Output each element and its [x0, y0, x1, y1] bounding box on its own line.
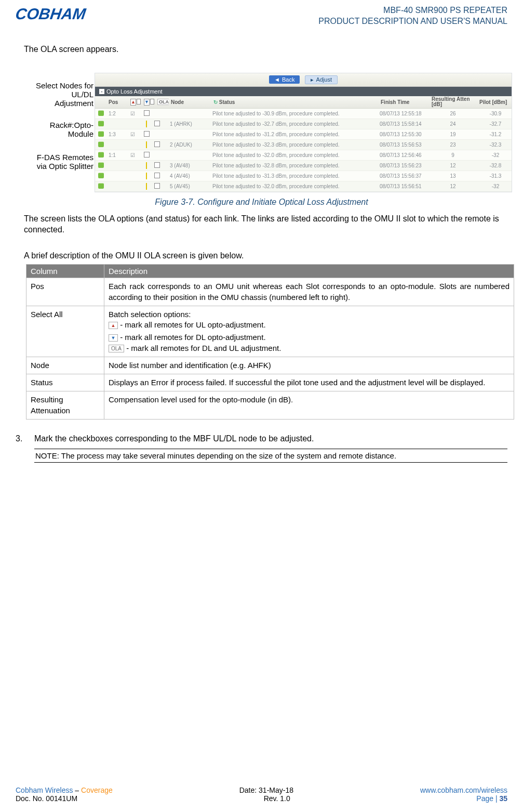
td-selectall: Select All: [26, 306, 104, 357]
para-2: A brief description of the OMU II OLA sc…: [16, 250, 507, 261]
cell-pilot: -32.8: [477, 163, 514, 168]
col-finish[interactable]: Finish Time: [380, 99, 430, 105]
row-checkbox[interactable]: [144, 110, 150, 116]
screenshot: ◄ Back ▸ Adjust - Opto Loss Adjustment P…: [95, 73, 512, 192]
table-row[interactable]: 1:2☑Pilot tone adjusted to -30.9 dBm, pr…: [95, 109, 512, 119]
back-button[interactable]: ◄ Back: [269, 75, 300, 84]
cell-tree: [143, 162, 168, 169]
cell-finish: 08/07/13 15:56:37: [379, 173, 428, 179]
cell-atten: 12: [430, 184, 476, 189]
status-refresh-icon[interactable]: ↻: [213, 99, 218, 105]
td-resatten-desc: Compensation level used for the opto-mod…: [104, 391, 514, 420]
cell-tree: [143, 131, 168, 138]
cell-tree: [143, 110, 168, 117]
status-led-icon: [98, 121, 104, 126]
select-all-ul-icon[interactable]: [130, 99, 136, 106]
cell-finish: 08/07/13 15:56:53: [379, 142, 428, 148]
col-atten[interactable]: Resulting Atten [dB]: [431, 97, 477, 107]
doc-title-line2: PRODUCT DESCRIPTION AND USER'S MANUAL: [318, 16, 507, 27]
row-checkbox[interactable]: [154, 183, 160, 189]
row-checkbox[interactable]: [144, 131, 150, 137]
table-row[interactable]: 4 (AV46)Pilot tone adjusted to -31.3 dBm…: [95, 171, 512, 181]
table-row[interactable]: 1 (AHRK)Pilot tone adjusted to -32.7 dBm…: [95, 119, 512, 129]
td-status-desc: Displays an Error if process failed. If …: [104, 374, 514, 391]
td-resatten: Resulting Attenuation: [26, 391, 104, 420]
td-status: Status: [26, 374, 104, 391]
dl-mark-icon: [109, 334, 118, 342]
cell-pos: 1:1: [108, 152, 128, 158]
cell-atten: 26: [430, 111, 476, 116]
cell-chk[interactable]: ☑: [129, 132, 142, 137]
td-node-desc: Node list number and identification (e.g…: [104, 357, 514, 374]
cell-atten: 24: [430, 121, 476, 127]
footer-page-no: 35: [499, 794, 507, 803]
cell-status: Pilot tone adjusted to -32.7 dBm, proced…: [211, 121, 378, 127]
cell-node: 1 (AHRK): [169, 121, 210, 127]
row-checkbox[interactable]: [154, 173, 160, 178]
row-checkbox[interactable]: [144, 152, 150, 158]
ul-mark-icon: [109, 322, 118, 329]
table-row[interactable]: 2 (ADUK)Pilot tone adjusted to -32.3 dBm…: [95, 140, 512, 150]
status-led-icon: [98, 173, 104, 178]
status-led-icon: [98, 162, 104, 168]
annotation-1-line3: Adjustment: [36, 99, 93, 108]
cell-atten: 9: [430, 152, 476, 158]
annotation-3-line2: via Optic Splitter: [37, 162, 93, 171]
select-all-dl-icon[interactable]: [144, 99, 150, 106]
status-led-icon: [98, 152, 104, 158]
table-row[interactable]: 3 (AV48)Pilot tone adjusted to -32.8 dBm…: [95, 161, 512, 171]
arrow-left-icon: ◄: [274, 76, 280, 83]
td-sa-intro: Batch selection options:: [109, 309, 509, 320]
footer-doc: Doc. No. 00141UM: [16, 794, 77, 803]
annotation-2-line2: Module: [50, 129, 93, 138]
td-node: Node: [26, 357, 104, 374]
cell-status: Pilot tone adjusted to -31.3 dBm, proced…: [211, 173, 378, 179]
cell-status: Pilot tone adjusted to -32.0 dBm, proced…: [211, 152, 378, 158]
td-sa-up: - mark all remotes for UL opto-adjustmen…: [118, 320, 266, 329]
th-column: Column: [26, 265, 104, 278]
para-1: The screen lists the OLA options (and st…: [16, 213, 507, 235]
row-checkbox[interactable]: [154, 121, 160, 126]
cell-chk[interactable]: ☑: [129, 152, 142, 158]
cell-pilot: -31.3: [477, 173, 514, 179]
table-row[interactable]: 5 (AV45)Pilot tone adjusted to -32.0 dBm…: [95, 181, 512, 192]
cell-tree: [143, 121, 168, 127]
cell-atten: 19: [430, 132, 476, 137]
panel-header[interactable]: - Opto Loss Adjustment: [95, 87, 512, 96]
cell-tree: [143, 173, 168, 179]
footer-url[interactable]: www.cobham.com/wireless: [420, 786, 507, 794]
footer-page-label: Page |: [476, 794, 499, 803]
table-row[interactable]: 1:3☑Pilot tone adjusted to -31.2 dBm, pr…: [95, 129, 512, 140]
col-pilot[interactable]: Pilot [dBm]: [478, 99, 515, 105]
cell-status: Pilot tone adjusted to -32.8 dBm, proced…: [211, 163, 378, 168]
cell-status: Pilot tone adjusted to -30.9 dBm, proced…: [211, 111, 378, 116]
select-all-ul-checkbox[interactable]: [137, 99, 141, 104]
status-led-icon: [98, 183, 104, 189]
figure-caption: Figure 3-7. Configure and Initiate Optic…: [16, 198, 507, 207]
row-checkbox[interactable]: [154, 141, 160, 147]
cell-atten: 13: [430, 173, 476, 179]
col-status[interactable]: Status: [219, 99, 235, 105]
col-node[interactable]: Node: [170, 99, 211, 105]
cell-finish: 08/07/13 15:56:51: [379, 184, 428, 189]
col-pos[interactable]: Pos: [108, 99, 128, 105]
description-table: Column Description Pos Each rack corresp…: [26, 264, 514, 420]
logo-text: COBHAM: [15, 5, 87, 23]
collapse-icon[interactable]: -: [99, 89, 104, 94]
ola-badge[interactable]: OLA: [157, 99, 169, 105]
annotation-1-line1: Select Nodes for: [36, 81, 93, 90]
table-row[interactable]: 1:1☑Pilot tone adjusted to -32.0 dBm, pr…: [95, 150, 512, 161]
row-checkbox[interactable]: [154, 162, 160, 168]
panel-title: Opto Loss Adjustment: [106, 88, 163, 95]
footer-rev: Rev. 1.0: [264, 794, 290, 803]
adjust-button[interactable]: ▸ Adjust: [305, 75, 338, 84]
cell-pilot: -32.7: [477, 121, 514, 127]
status-led-icon: [98, 110, 104, 116]
td-sa-dn: - mark all remotes for DL opto-adjustmen…: [118, 333, 266, 342]
arrow-right-icon: ▸: [311, 76, 314, 83]
cell-pilot: -32: [477, 152, 514, 158]
footer-date: Date: 31-May-18: [239, 786, 293, 794]
select-all-dl-checkbox[interactable]: [150, 99, 154, 104]
cell-node: 5 (AV45): [169, 184, 210, 189]
cell-chk[interactable]: ☑: [129, 111, 142, 116]
